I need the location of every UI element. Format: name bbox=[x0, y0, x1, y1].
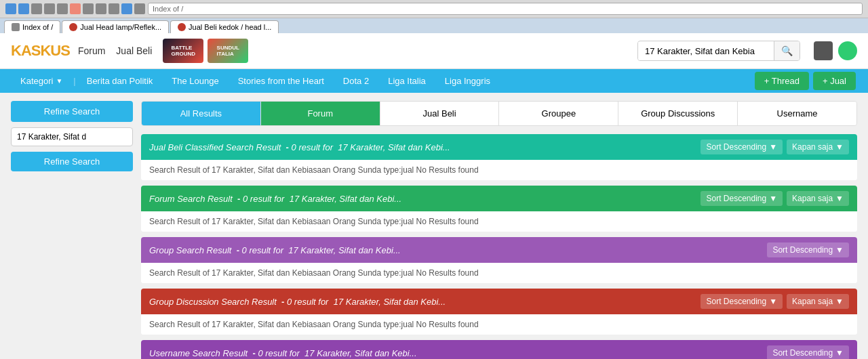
result-group: Group Search Result - 0 result for 17 Ka… bbox=[141, 237, 857, 283]
nav-dota2[interactable]: Dota 2 bbox=[334, 69, 378, 93]
result-body-group: Search Result of 17 Karakter, Sifat dan … bbox=[141, 263, 857, 283]
result-header-username: Username Search Result - 0 result for 17… bbox=[141, 340, 857, 359]
result-controls-forum: Sort Descending ▼ Kapan saja ▼ bbox=[701, 191, 849, 206]
tab-jual-beli[interactable]: Jual Beli bbox=[380, 102, 500, 125]
tab2-favicon bbox=[69, 23, 77, 31]
result-title-forum: Forum Search Result - 0 result for 17 Ka… bbox=[149, 194, 401, 204]
result-title-jual-beli: Jual Beli Classified Search Result - 0 r… bbox=[149, 142, 450, 152]
result-tabs: All Results Forum Jual Beli Groupee Grou… bbox=[141, 101, 857, 126]
nav-kategori[interactable]: Kategori ▼ bbox=[11, 69, 72, 93]
nav-lounge[interactable]: The Lounge bbox=[162, 69, 228, 93]
result-title-group: Group Search Result - 0 result for 17 Ka… bbox=[149, 245, 401, 255]
nav-forum[interactable]: Forum bbox=[78, 45, 105, 56]
chevron-down-icon: ▼ bbox=[835, 142, 844, 152]
tab3-favicon bbox=[178, 23, 186, 31]
result-body-forum: Search Result of 17 Karakter, Sifat dan … bbox=[141, 211, 857, 232]
kapan-jual-beli[interactable]: Kapan saja ▼ bbox=[787, 140, 849, 154]
nav-liga-italia[interactable]: Liga Italia bbox=[378, 69, 435, 93]
main-content: Refine Search Refine Search All Results … bbox=[0, 93, 868, 359]
chevron-down-icon: ▼ bbox=[835, 194, 844, 203]
promo-banners: BATTLEGROUND SUNDULITALIA bbox=[163, 39, 248, 63]
browser-ext1 bbox=[70, 3, 81, 14]
sort-jual-beli[interactable]: Sort Descending ▼ bbox=[701, 140, 783, 154]
nav-liga-inggris[interactable]: Liga Inggris bbox=[435, 69, 500, 93]
tab-group-discussions[interactable]: Group Discussions bbox=[618, 102, 738, 125]
refine-search-header-btn[interactable]: Refine Search bbox=[11, 101, 133, 122]
sort-username[interactable]: Sort Descending ▼ bbox=[767, 345, 849, 359]
header-search-input[interactable] bbox=[638, 42, 774, 60]
browser-back[interactable] bbox=[5, 3, 16, 14]
sidebar-search-input[interactable] bbox=[11, 127, 133, 146]
browser-forward[interactable] bbox=[18, 3, 29, 14]
results-area: All Results Forum Jual Beli Groupee Grou… bbox=[141, 101, 857, 359]
header-search-button[interactable]: 🔍 bbox=[774, 41, 800, 60]
browser-refresh[interactable] bbox=[31, 3, 42, 14]
header-nav: Forum Jual Beli bbox=[78, 45, 152, 56]
address-bar[interactable]: Index of / bbox=[148, 3, 863, 15]
result-controls-username: Sort Descending ▼ bbox=[767, 345, 849, 359]
result-header-jual-beli: Jual Beli Classified Search Result - 0 r… bbox=[141, 134, 857, 160]
result-body-group-discussion: Search Result of 17 Karakter, Sifat dan … bbox=[141, 314, 857, 335]
cat-nav-right: + Thread + Jual bbox=[753, 69, 857, 93]
result-header-group: Group Search Result - 0 result for 17 Ka… bbox=[141, 237, 857, 263]
result-body-jual-beli: Search Result of 17 Karakter, Sifat dan … bbox=[141, 160, 857, 180]
promo-italia-label: SUNDULITALIA bbox=[217, 45, 239, 57]
kapan-group-discussion[interactable]: Kapan saja ▼ bbox=[787, 294, 849, 309]
browser-nav-icons bbox=[5, 3, 145, 14]
result-jual-beli: Jual Beli Classified Search Result - 0 r… bbox=[141, 134, 857, 180]
btn-thread[interactable]: + Thread bbox=[755, 72, 809, 90]
chevron-down-icon: ▼ bbox=[835, 297, 844, 306]
tab-forum[interactable]: Forum bbox=[261, 102, 380, 125]
sidebar: Refine Search Refine Search bbox=[11, 101, 133, 359]
sort-group[interactable]: Sort Descending ▼ bbox=[767, 242, 849, 257]
tab1-favicon bbox=[12, 23, 20, 31]
browser-tab-1[interactable]: Index of / bbox=[4, 20, 60, 33]
chevron-down-icon: ▼ bbox=[769, 194, 777, 203]
browser-bookmark[interactable] bbox=[57, 3, 68, 14]
promo-sundul-italia[interactable]: SUNDULITALIA bbox=[208, 39, 248, 63]
browser-ext4 bbox=[108, 3, 119, 14]
kapan-forum[interactable]: Kapan saja ▼ bbox=[787, 191, 849, 206]
user-avatar[interactable] bbox=[838, 41, 857, 60]
btn-jual[interactable]: + Jual bbox=[813, 72, 856, 90]
header-icons bbox=[814, 41, 857, 60]
result-controls-group: Sort Descending ▼ bbox=[767, 242, 849, 257]
category-nav: Kategori ▼ | Berita dan Politik The Loun… bbox=[0, 69, 868, 93]
header-search-area: 🔍 bbox=[637, 41, 800, 61]
browser-ext5 bbox=[121, 3, 132, 14]
sort-group-discussion[interactable]: Sort Descending ▼ bbox=[701, 294, 783, 309]
browser-home[interactable] bbox=[44, 3, 55, 14]
nav-jual-beli[interactable]: Jual Beli bbox=[116, 45, 152, 56]
browser-tab-bar: Index of / Jual Head lamp/Reflek... Jual… bbox=[0, 18, 868, 33]
browser-ext6 bbox=[134, 3, 145, 14]
sort-forum[interactable]: Sort Descending ▼ bbox=[701, 191, 783, 206]
promo-battle-label: BATTLEGROUND bbox=[172, 45, 196, 57]
browser-tab-2[interactable]: Jual Head lamp/Reflek... bbox=[62, 20, 169, 33]
result-header-forum: Forum Search Result - 0 result for 17 Ka… bbox=[141, 186, 857, 211]
result-forum: Forum Search Result - 0 result for 17 Ka… bbox=[141, 186, 857, 232]
browser-tab-3[interactable]: Jual Beli kedok / head l... bbox=[170, 20, 279, 33]
tab-username[interactable]: Username bbox=[738, 102, 856, 125]
result-title-group-discussion: Group Discussion Search Result - 0 resul… bbox=[149, 297, 446, 307]
tab1-label: Index of / bbox=[22, 23, 53, 31]
kategori-chevron: ▼ bbox=[56, 77, 62, 85]
nav-stories[interactable]: Stories from the Heart bbox=[229, 69, 334, 93]
tab-groupee[interactable]: Groupee bbox=[499, 102, 618, 125]
browser-ext3 bbox=[96, 3, 106, 14]
chevron-down-icon: ▼ bbox=[769, 297, 777, 306]
result-title-username: Username Search Result - 0 result for 17… bbox=[149, 348, 417, 358]
chevron-down-icon: ▼ bbox=[835, 348, 844, 358]
nav-divider: | bbox=[73, 76, 75, 86]
address-text: Index of / bbox=[153, 5, 183, 13]
tab2-label: Jual Head lamp/Reflek... bbox=[80, 23, 161, 31]
result-controls-group-discussion: Sort Descending ▼ Kapan saja ▼ bbox=[701, 294, 849, 309]
site-logo[interactable]: KASKUS bbox=[11, 42, 70, 60]
grid-icon[interactable] bbox=[814, 41, 833, 60]
logo-text: KASKUS bbox=[11, 42, 70, 59]
tab-all-results[interactable]: All Results bbox=[142, 102, 261, 125]
promo-battle-ground[interactable]: BATTLEGROUND bbox=[163, 39, 203, 63]
browser-toolbar: Index of / bbox=[0, 0, 868, 18]
nav-berita[interactable]: Berita dan Politik bbox=[77, 69, 163, 93]
chevron-down-icon: ▼ bbox=[769, 142, 777, 152]
sidebar-refine-btn[interactable]: Refine Search bbox=[11, 152, 133, 171]
